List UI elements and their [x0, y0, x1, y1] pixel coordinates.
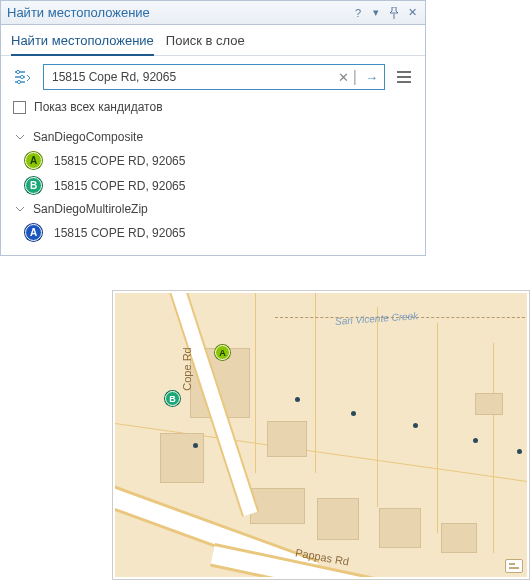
locate-panel: Найти местоположение ? ▾ ✕ Найти местопо…: [0, 0, 426, 256]
group-header-composite[interactable]: SanDiegoComposite: [1, 126, 425, 148]
point-marker: [413, 423, 418, 428]
options-chevron-icon[interactable]: ▾: [369, 6, 383, 20]
filter-settings-button[interactable]: [11, 66, 35, 88]
search-input[interactable]: [48, 70, 336, 84]
help-icon[interactable]: ?: [351, 6, 365, 20]
pin-icon[interactable]: [387, 6, 401, 20]
result-text: 15815 COPE RD, 92065: [54, 154, 185, 168]
popup-toggle-icon[interactable]: [505, 559, 523, 573]
group-header-multirole[interactable]: SanDiegoMultiroleZip: [1, 198, 425, 220]
panel-title: Найти местоположение: [7, 5, 150, 20]
close-icon[interactable]: ✕: [405, 6, 419, 20]
tab-locate[interactable]: Найти местоположение: [11, 33, 154, 56]
building: [475, 393, 503, 415]
marker-b-icon: B: [25, 177, 42, 194]
chevron-down-icon: [15, 132, 25, 142]
result-text: 15815 COPE RD, 92065: [54, 179, 185, 193]
title-bar: Найти местоположение ? ▾ ✕: [1, 1, 425, 25]
building: [379, 508, 421, 548]
building: [317, 498, 359, 540]
show-all-candidates-row: Показ всех кандидатов: [1, 98, 425, 124]
clear-search-icon[interactable]: ✕: [336, 70, 351, 85]
search-toolbar: ✕ | →: [1, 56, 425, 98]
show-all-candidates-label: Показ всех кандидатов: [34, 100, 163, 114]
hamburger-menu-icon[interactable]: [393, 66, 415, 88]
submit-search-icon[interactable]: →: [359, 70, 380, 85]
results-list: SanDiegoComposite A 15815 COPE RD, 92065…: [1, 124, 425, 255]
building: [267, 421, 307, 457]
map-frame: Cope Rd Pappas Rd San Vicente Creek A B: [112, 290, 530, 580]
point-marker: [295, 397, 300, 402]
chevron-down-icon: [15, 204, 25, 214]
result-item[interactable]: A 15815 COPE RD, 92065: [1, 148, 425, 173]
point-marker: [193, 443, 198, 448]
point-marker: [351, 411, 356, 416]
svg-point-2: [17, 80, 20, 83]
result-text: 15815 COPE RD, 92065: [54, 226, 185, 240]
map-canvas[interactable]: Cope Rd Pappas Rd San Vicente Creek A B: [115, 293, 527, 577]
map-marker-a[interactable]: A: [215, 345, 230, 360]
map-marker-b[interactable]: B: [165, 391, 180, 406]
point-marker: [473, 438, 478, 443]
group-name: SanDiegoComposite: [33, 130, 143, 144]
result-item[interactable]: B 15815 COPE RD, 92065: [1, 173, 425, 198]
marker-a-icon: A: [25, 152, 42, 169]
search-field[interactable]: ✕ | →: [43, 64, 385, 90]
group-name: SanDiegoMultiroleZip: [33, 202, 148, 216]
building: [160, 433, 204, 483]
tab-layer-search[interactable]: Поиск в слое: [166, 33, 245, 55]
point-marker: [517, 449, 522, 454]
result-item[interactable]: A 15815 COPE RD, 92065: [1, 220, 425, 245]
svg-point-1: [20, 75, 23, 78]
road-label-cope: Cope Rd: [181, 347, 193, 390]
svg-point-0: [16, 70, 19, 73]
building: [441, 523, 477, 553]
building: [250, 488, 305, 524]
marker-a-icon: A: [25, 224, 42, 241]
show-all-candidates-checkbox[interactable]: [13, 101, 26, 114]
tab-bar: Найти местоположение Поиск в слое: [1, 25, 425, 56]
